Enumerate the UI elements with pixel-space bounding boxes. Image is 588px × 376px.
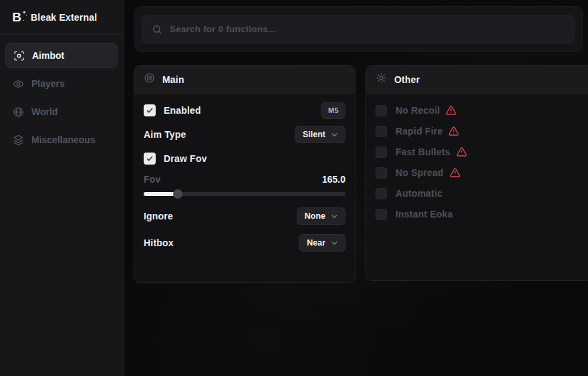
- draw-fov-checkbox[interactable]: [144, 153, 156, 165]
- fast-bullets-checkbox[interactable]: [376, 147, 387, 158]
- instant-eoka-checkbox[interactable]: [376, 209, 387, 220]
- hitbox-label: Hitbox: [144, 238, 174, 248]
- globe-icon: [13, 106, 24, 118]
- sidebar-item-miscellaneous[interactable]: Miscellaneous: [5, 127, 118, 153]
- other-panel: Other No Recoil Rapid Fire Fast Bullets: [365, 65, 588, 281]
- enabled-row: Enabled M5: [144, 102, 345, 119]
- check-icon: [146, 106, 154, 114]
- search-bar: [134, 6, 583, 52]
- enabled-label: Enabled: [164, 105, 201, 116]
- no-recoil-checkbox[interactable]: [376, 105, 387, 116]
- sidebar-item-players[interactable]: Players: [5, 71, 118, 96]
- other-panel-header: Other: [366, 66, 588, 94]
- no-spread-checkbox[interactable]: [376, 167, 387, 179]
- draw-fov-label: Draw Fov: [164, 153, 207, 164]
- option-row-rapid-fire: Rapid Fire: [376, 125, 583, 137]
- app-title: Bleak External: [31, 12, 97, 23]
- option-row-fast-bullets: Fast Bullets: [376, 146, 583, 158]
- fov-slider[interactable]: [144, 189, 345, 199]
- option-row-automatic: Automatic: [376, 187, 583, 199]
- sidebar: B Bleak External Aimbot Players World Mi…: [0, 0, 124, 376]
- ignore-dropdown[interactable]: None: [297, 207, 345, 225]
- automatic-checkbox[interactable]: [376, 188, 387, 199]
- app-window: B Bleak External Aimbot Players World Mi…: [0, 0, 588, 376]
- rapid-fire-checkbox[interactable]: [376, 126, 387, 137]
- fov-slider-thumb[interactable]: [173, 189, 182, 199]
- main-panel-header: Main: [134, 66, 355, 94]
- fast-bullets-label: Fast Bullets: [396, 147, 450, 157]
- no-recoil-label: No Recoil: [396, 105, 440, 116]
- chevron-down-icon: [330, 239, 339, 248]
- logo-glitch-pixels: [23, 11, 25, 13]
- main-panel-body: Enabled M5 Aim Type Silent Draw Fov: [134, 102, 355, 252]
- fov-row: Fov 165.0: [144, 174, 345, 185]
- fov-label: Fov: [144, 174, 161, 185]
- sidebar-nav: Aimbot Players World Miscellaneous: [0, 35, 123, 161]
- sidebar-item-aimbot[interactable]: Aimbot: [5, 43, 118, 68]
- hitbox-row: Hitbox Near: [144, 234, 345, 252]
- no-spread-label: No Spread: [396, 167, 444, 178]
- logo-letter: B: [12, 10, 21, 25]
- sidebar-item-label: Miscellaneous: [31, 134, 96, 145]
- aim-type-label: Aim Type: [144, 129, 186, 140]
- other-panel-title: Other: [394, 74, 420, 85]
- warning-triangle-icon: [446, 105, 456, 116]
- check-icon: [146, 155, 154, 163]
- draw-fov-row: Draw Fov: [144, 152, 345, 165]
- search-input[interactable]: [170, 24, 565, 34]
- warning-triangle-icon: [448, 126, 459, 136]
- sidebar-item-label: Aimbot: [32, 50, 64, 61]
- sidebar-item-label: Players: [31, 78, 65, 89]
- automatic-label: Automatic: [396, 188, 442, 199]
- sidebar-header: B Bleak External: [0, 0, 123, 35]
- sidebar-item-label: World: [31, 106, 57, 117]
- search-icon: [152, 24, 162, 35]
- enabled-checkbox[interactable]: [144, 104, 156, 116]
- ignore-label: Ignore: [144, 211, 173, 221]
- gear-icon: [376, 72, 387, 86]
- aim-type-value: Silent: [303, 130, 325, 139]
- search-field[interactable]: [142, 15, 575, 43]
- warning-triangle-icon: [450, 167, 460, 178]
- option-row-instant-eoka: Instant Eoka: [376, 208, 583, 220]
- other-panel-body: No Recoil Rapid Fire Fast Bullets: [366, 94, 588, 220]
- option-row-no-spread: No Spread: [376, 167, 583, 179]
- ignore-row: Ignore None: [144, 207, 345, 225]
- app-logo-icon: B: [9, 10, 24, 25]
- warning-triangle-icon: [456, 147, 467, 157]
- option-row-no-recoil: No Recoil: [376, 104, 583, 116]
- fov-value: 165.0: [322, 174, 345, 185]
- aim-type-row: Aim Type Silent: [144, 126, 345, 143]
- layers-icon: [13, 134, 24, 146]
- sidebar-item-world[interactable]: World: [5, 99, 118, 124]
- focus-icon: [13, 50, 25, 62]
- main-panel: Main Enabled M5 Aim Type Silent: [134, 65, 355, 283]
- ignore-value: None: [305, 211, 325, 221]
- enabled-keybind-button[interactable]: M5: [321, 102, 345, 119]
- main-panel-title: Main: [162, 74, 184, 85]
- target-icon: [144, 72, 155, 86]
- chevron-down-icon: [330, 212, 339, 221]
- chevron-down-icon: [330, 130, 339, 139]
- hitbox-dropdown[interactable]: Near: [299, 234, 345, 252]
- instant-eoka-label: Instant Eoka: [396, 209, 453, 219]
- aim-type-dropdown[interactable]: Silent: [295, 126, 345, 143]
- hitbox-value: Near: [307, 238, 325, 248]
- eye-icon: [13, 78, 24, 90]
- rapid-fire-label: Rapid Fire: [396, 126, 442, 136]
